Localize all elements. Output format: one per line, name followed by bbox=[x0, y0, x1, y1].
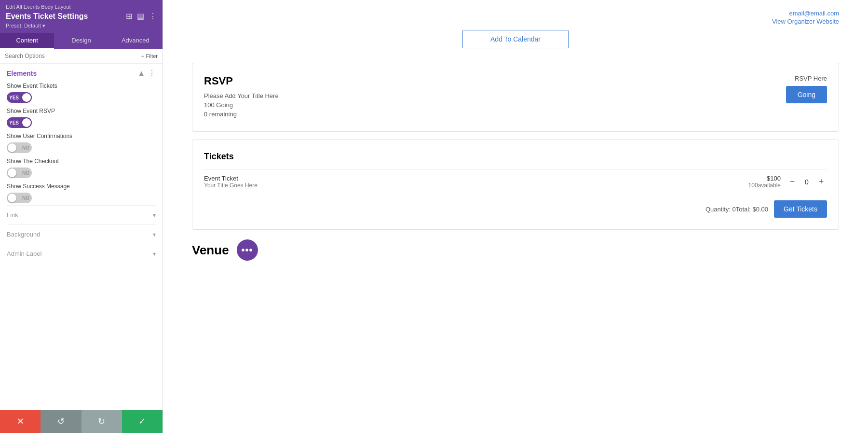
toggle-yes-0: YES bbox=[9, 95, 19, 100]
toggle-show-event-tickets[interactable]: YES bbox=[7, 92, 32, 103]
expand-icon[interactable]: ⊞ bbox=[126, 12, 132, 21]
top-links: email@email.com View Organizer Website bbox=[192, 10, 839, 25]
collapsible-admin-label-header[interactable]: Admin Label ▾ bbox=[7, 250, 156, 257]
more-options-icon[interactable]: ⋮ bbox=[148, 69, 156, 78]
rsvp-box: RSVP Please Add Your Title Here 100 Goin… bbox=[192, 63, 839, 132]
collapsible-background: Background ▾ bbox=[7, 224, 156, 244]
panel-bottom-bar: ✕ ↺ ↻ ✓ bbox=[0, 410, 163, 433]
going-button[interactable]: Going bbox=[786, 86, 827, 103]
collapsible-admin-label: Admin Label ▾ bbox=[7, 244, 156, 263]
search-input[interactable] bbox=[5, 53, 138, 59]
ticket-name: Event Ticket bbox=[204, 175, 258, 182]
collapsible-background-title: Background bbox=[7, 231, 40, 238]
tab-advanced[interactable]: Advanced bbox=[108, 33, 163, 49]
email-link[interactable]: email@email.com bbox=[192, 10, 839, 17]
toggle-knob-0 bbox=[22, 93, 31, 102]
qty-plus-button[interactable]: + bbox=[815, 176, 827, 188]
toggle-row-2: NO bbox=[7, 142, 156, 153]
rsvp-remaining: 0 remaining bbox=[204, 111, 279, 118]
rsvp-right: RSVP Here Going bbox=[786, 75, 827, 103]
grid-icon[interactable]: ▤ bbox=[137, 12, 144, 21]
collapsible-background-header[interactable]: Background ▾ bbox=[7, 231, 156, 238]
toggle-show-event-rsvp[interactable]: YES bbox=[7, 117, 32, 128]
ticket-info: Event Ticket Your Title Goes Here bbox=[204, 175, 258, 189]
venue-title: Venue bbox=[192, 243, 229, 258]
tickets-footer: Quantity: 0Total: $0.00 Get Tickets bbox=[204, 194, 827, 218]
organizer-link[interactable]: View Organizer Website bbox=[192, 18, 839, 25]
left-panel: Edit All Events Body Layout Events Ticke… bbox=[0, 0, 163, 433]
rsvp-title: RSVP bbox=[204, 75, 279, 87]
toggle-label-2: Show User Confirmations bbox=[7, 133, 156, 140]
collapsible-link-title: Link bbox=[7, 211, 18, 219]
filter-button[interactable]: + Filter bbox=[141, 53, 158, 59]
tab-design[interactable]: Design bbox=[54, 33, 108, 49]
rsvp-going-count: 100 Going bbox=[204, 101, 279, 109]
chevron-link-icon: ▾ bbox=[153, 212, 156, 219]
collapsible-admin-label-title: Admin Label bbox=[7, 250, 41, 257]
toggle-show-user-confirmations[interactable]: NO bbox=[7, 142, 32, 153]
tab-content[interactable]: Content bbox=[0, 33, 54, 49]
ticket-available: 100available bbox=[748, 182, 781, 189]
section-controls: ▲ ⋮ bbox=[137, 69, 156, 78]
venue-fab-button[interactable]: ••• bbox=[237, 239, 258, 261]
toggle-label-0: Show Event Tickets bbox=[7, 83, 156, 89]
tickets-title: Tickets bbox=[204, 152, 827, 162]
ticket-price-available: $100 100available bbox=[748, 175, 781, 189]
collapsible-link-header[interactable]: Link ▾ bbox=[7, 211, 156, 219]
toggle-knob-3 bbox=[8, 168, 16, 177]
qty-value: 0 bbox=[802, 178, 812, 186]
chevron-admin-label-icon: ▾ bbox=[153, 251, 156, 257]
toggle-label-4: Show Success Message bbox=[7, 183, 156, 190]
toggle-label-3: Show The Checkout bbox=[7, 158, 156, 165]
panel-title-icons: ⊞ ▤ ⋮ bbox=[126, 12, 157, 21]
venue-section: Venue ••• bbox=[192, 239, 839, 261]
toggle-show-the-checkout[interactable]: NO bbox=[7, 168, 32, 178]
elements-title: Elements bbox=[7, 70, 37, 77]
redo-icon: ↻ bbox=[98, 416, 105, 427]
ticket-price: $100 bbox=[748, 175, 781, 182]
more-icon[interactable]: ⋮ bbox=[149, 12, 157, 21]
main-content: email@email.com View Organizer Website A… bbox=[163, 0, 868, 433]
ticket-qty-controls: − 0 + bbox=[787, 176, 827, 188]
toggle-row-1: YES bbox=[7, 117, 156, 128]
get-tickets-button[interactable]: Get Tickets bbox=[774, 200, 827, 218]
tickets-box: Tickets Event Ticket Your Title Goes Her… bbox=[192, 140, 839, 230]
panel-preset[interactable]: Preset: Default ▾ bbox=[6, 23, 157, 33]
close-button[interactable]: ✕ bbox=[0, 410, 41, 433]
panel-title: Events Ticket Settings bbox=[6, 12, 88, 21]
toggle-yes-1: YES bbox=[9, 120, 19, 126]
collapse-icon[interactable]: ▲ bbox=[137, 69, 145, 78]
save-button[interactable]: ✓ bbox=[122, 410, 163, 433]
toggle-show-success-message[interactable]: NO bbox=[7, 193, 32, 203]
tickets-summary: Quantity: 0Total: $0.00 bbox=[705, 206, 768, 213]
qty-minus-button[interactable]: − bbox=[787, 176, 798, 188]
ticket-subtitle: Your Title Goes Here bbox=[204, 182, 258, 189]
toggle-knob-2 bbox=[8, 143, 16, 152]
breadcrumb: Edit All Events Body Layout bbox=[6, 4, 157, 12]
toggle-row-0: YES bbox=[7, 92, 156, 103]
add-to-calendar-button[interactable]: Add To Calendar bbox=[462, 30, 569, 48]
panel-body: Elements ▲ ⋮ Show Event Tickets YES Show… bbox=[0, 64, 163, 410]
toggle-label-1: Show Event RSVP bbox=[7, 108, 156, 114]
toggle-no-2: NO bbox=[22, 145, 29, 151]
rsvp-here-label: RSVP Here bbox=[786, 75, 827, 82]
close-icon: ✕ bbox=[17, 416, 24, 427]
toggle-row-4: NO bbox=[7, 193, 156, 203]
rsvp-left: RSVP Please Add Your Title Here 100 Goin… bbox=[204, 75, 279, 120]
toggle-no-4: NO bbox=[22, 196, 29, 201]
toggle-row-3: NO bbox=[7, 168, 156, 178]
chevron-background-icon: ▾ bbox=[153, 231, 156, 238]
elements-section-header: Elements ▲ ⋮ bbox=[7, 69, 156, 78]
toggle-no-3: NO bbox=[22, 170, 29, 176]
redo-button[interactable]: ↻ bbox=[81, 410, 122, 433]
search-row: + Filter bbox=[0, 49, 163, 64]
toggle-knob-4 bbox=[8, 194, 16, 202]
rsvp-subtitle: Please Add Your Title Here bbox=[204, 92, 279, 99]
venue-fab-icon: ••• bbox=[242, 245, 253, 256]
ticket-right: $100 100available − 0 + bbox=[748, 175, 827, 189]
panel-tabs: Content Design Advanced bbox=[0, 33, 163, 49]
undo-button[interactable]: ↺ bbox=[41, 410, 81, 433]
undo-icon: ↺ bbox=[57, 416, 65, 427]
ticket-row: Event Ticket Your Title Goes Here $100 1… bbox=[204, 169, 827, 194]
collapsible-link: Link ▾ bbox=[7, 205, 156, 224]
